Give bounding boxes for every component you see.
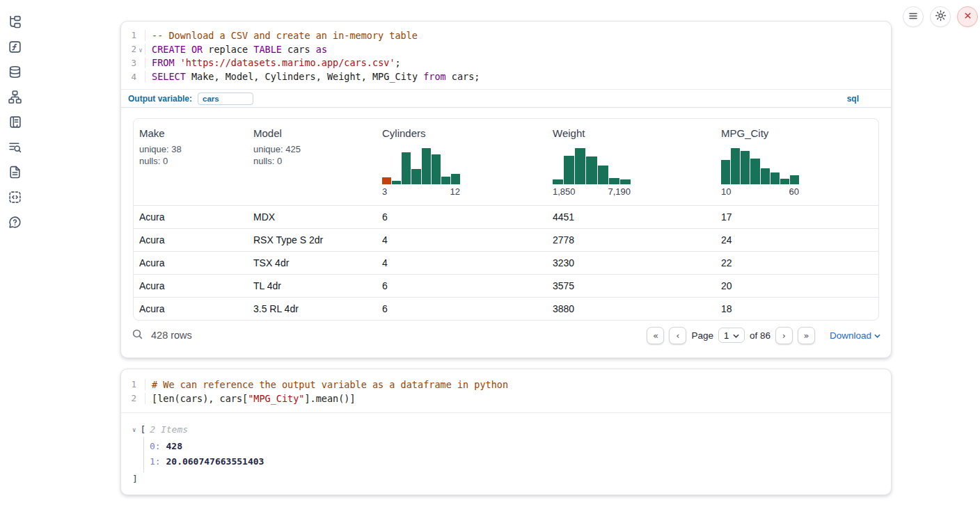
shutdown-button[interactable] xyxy=(957,6,978,27)
search-icon[interactable] xyxy=(132,328,143,342)
table-cell: 4 xyxy=(377,228,547,251)
code-line[interactable]: 3FROM 'https://datasets.marimo.app/cars.… xyxy=(124,56,891,70)
sidebar-item-logs[interactable] xyxy=(8,115,22,129)
histogram-bar xyxy=(382,177,391,184)
download-button[interactable]: Download xyxy=(830,330,880,341)
column-name: Weight xyxy=(553,127,710,139)
histogram-bars xyxy=(553,148,631,184)
sidebar-item-datasources[interactable] xyxy=(8,65,22,79)
chat-question-icon xyxy=(8,216,22,231)
column-histogram[interactable]: 1,8507,190 xyxy=(553,148,631,197)
chevron-down-icon xyxy=(874,330,880,341)
table-row[interactable]: AcuraMDX6445117 xyxy=(134,205,879,228)
histogram-bar xyxy=(761,168,770,184)
column-header-make[interactable]: Makeunique: 38nulls: 0 xyxy=(134,119,248,205)
sql-editor[interactable]: 1-- Download a CSV and create an in-memo… xyxy=(121,22,891,89)
histogram-range-label: 3 xyxy=(382,186,387,197)
sidebar-item-tracebacks[interactable] xyxy=(8,140,22,154)
close-icon xyxy=(963,10,973,23)
column-histogram[interactable]: 1060 xyxy=(721,148,799,197)
table-row[interactable]: AcuraRSX Type S 2dr4277824 xyxy=(134,228,879,251)
table-row[interactable]: AcuraTL 4dr6357520 xyxy=(134,274,879,297)
histogram-bar xyxy=(402,152,411,184)
prev-page-button[interactable]: ‹ xyxy=(669,327,686,344)
table-header-row: Makeunique: 38nulls: 0Modelunique: 425nu… xyxy=(134,119,879,205)
table-row[interactable]: AcuraTSX 4dr4323022 xyxy=(134,251,879,274)
item-value: 428 xyxy=(166,441,182,451)
code-line[interactable]: 2∨CREATE OR replace TABLE cars as xyxy=(124,42,891,56)
sidebar-item-scratchpad[interactable] xyxy=(8,40,22,54)
scroll-icon xyxy=(8,115,22,131)
histogram-bar xyxy=(392,181,401,184)
histogram-bar xyxy=(451,174,460,185)
column-header-weight[interactable]: Weight1,8507,190 xyxy=(547,119,716,205)
histogram-bar xyxy=(598,166,608,184)
sidebar-item-file-explorer[interactable] xyxy=(8,15,22,29)
notebook-menu-button[interactable] xyxy=(903,6,924,27)
table-cell: 6 xyxy=(377,297,547,320)
sidebar-item-snippets[interactable] xyxy=(8,191,22,204)
histogram-bar xyxy=(441,177,450,184)
code-text: FROM 'https://datasets.marimo.app/cars.c… xyxy=(145,57,891,68)
next-page-button[interactable]: › xyxy=(775,327,793,344)
table-cell: Acura xyxy=(134,228,248,251)
table-cell: 17 xyxy=(716,205,879,228)
histogram-bar xyxy=(731,148,740,184)
histogram-range: 1060 xyxy=(721,186,799,197)
table-footer: 428 rows « ‹ Page 1 of 86 › » Download xyxy=(123,321,889,350)
histogram-bars xyxy=(382,148,460,184)
histogram-range-label: 12 xyxy=(450,186,460,197)
page-select[interactable]: 1 xyxy=(718,328,745,343)
histogram-range-label: 1,850 xyxy=(553,186,576,197)
tree-entries: 0: 428 1: 20.060747663551403 xyxy=(143,437,880,472)
file-tree-icon xyxy=(8,15,22,31)
text-search-icon xyxy=(8,140,22,156)
code-text: CREATE OR replace TABLE cars as xyxy=(145,44,891,55)
histogram-range-label: 10 xyxy=(721,186,731,197)
column-header-mpg_city[interactable]: MPG_City1060 xyxy=(716,119,879,205)
histogram-bar xyxy=(411,169,420,184)
table-cell: 3575 xyxy=(547,274,716,297)
column-stat: unique: 425 xyxy=(253,144,371,154)
histogram-bar xyxy=(620,179,631,184)
sidebar-item-chat[interactable] xyxy=(8,216,22,230)
column-header-model[interactable]: Modelunique: 425nulls: 0 xyxy=(248,119,377,205)
close-bracket: ] xyxy=(132,472,880,486)
item-key: 1: xyxy=(150,456,161,467)
language-badge[interactable]: sql xyxy=(847,94,859,104)
table-cell: 3230 xyxy=(547,251,716,274)
column-header-cylinders[interactable]: Cylinders312 xyxy=(377,119,547,205)
page-label: Page xyxy=(691,330,713,341)
item-key: 0: xyxy=(150,441,161,451)
code-line[interactable]: 1# We can reference the output variable … xyxy=(124,378,891,392)
first-page-button[interactable]: « xyxy=(647,327,664,344)
fold-chevron-icon[interactable]: ∨ xyxy=(136,45,145,54)
table-cell: 6 xyxy=(377,274,547,297)
sidebar-item-dependency-graph[interactable] xyxy=(8,90,22,104)
histogram-bar xyxy=(553,179,563,184)
histogram-range: 1,8507,190 xyxy=(553,186,631,197)
last-page-button[interactable]: » xyxy=(798,327,815,344)
settings-button[interactable] xyxy=(930,6,951,27)
table-row[interactable]: Acura3.5 RL 4dr6388018 xyxy=(134,297,879,320)
fold-gutter xyxy=(136,397,145,399)
output-variable-input[interactable] xyxy=(198,92,253,105)
code-text: -- Download a CSV and create an in-memor… xyxy=(145,30,891,41)
table-cell: TL 4dr xyxy=(248,274,377,297)
list-item: 0: 428 xyxy=(144,439,880,455)
column-name: Model xyxy=(253,127,371,139)
python-output: ∨ [ 2 Items 0: 428 1: 20.060747663551403… xyxy=(121,413,891,490)
table-cell: Acura xyxy=(134,274,248,297)
collapse-chevron-icon[interactable]: ∨ xyxy=(132,426,136,433)
column-histogram[interactable]: 312 xyxy=(382,148,460,197)
line-number: 4 xyxy=(124,72,136,82)
code-line[interactable]: 1-- Download a CSV and create an in-memo… xyxy=(124,29,891,42)
page-select-value: 1 xyxy=(724,330,729,341)
column-name: Cylinders xyxy=(382,127,542,139)
sidebar-item-documentation[interactable] xyxy=(8,166,22,179)
python-editor[interactable]: 1# We can reference the output variable … xyxy=(121,369,891,413)
topbar-controls xyxy=(903,6,978,27)
line-number: 1 xyxy=(124,379,136,389)
code-line[interactable]: 4SELECT Make, Model, Cylinders, Weight, … xyxy=(124,70,891,83)
code-line[interactable]: 2[len(cars), cars["MPG_City"].mean()] xyxy=(124,392,891,405)
